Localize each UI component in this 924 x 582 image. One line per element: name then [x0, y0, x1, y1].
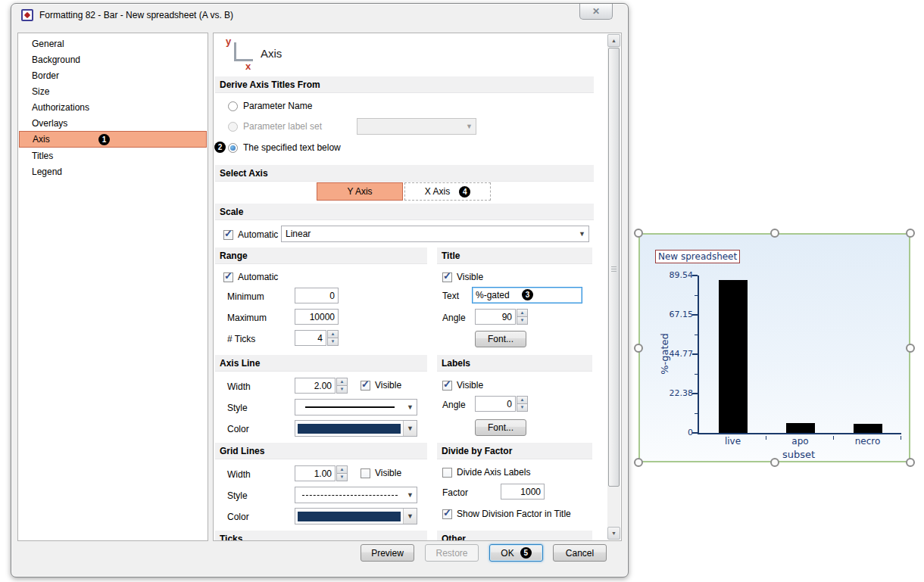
selection-handle-s[interactable]	[770, 458, 779, 467]
chart-bar	[786, 423, 815, 433]
labels-font-button[interactable]: Font...	[475, 419, 526, 436]
labels-angle-stepper[interactable]: ▲▼	[475, 396, 528, 412]
spin-down-icon[interactable]: ▼	[517, 404, 528, 412]
sidebar-item-axis[interactable]: Axis 1	[19, 131, 207, 148]
spin-up-icon[interactable]: ▲	[336, 465, 348, 474]
axis-line-width-input[interactable]	[295, 378, 336, 394]
radio-parameter-label-set[interactable]: Parameter label set	[228, 120, 322, 132]
range-automatic-checkbox[interactable]: ✓ Automatic	[223, 271, 278, 283]
checkbox-box[interactable]: ✓	[361, 468, 370, 478]
spin-down-icon[interactable]: ▼	[336, 474, 348, 481]
sidebar-item-border[interactable]: Border	[19, 68, 207, 84]
checkbox-box[interactable]: ✓	[223, 230, 233, 240]
radio-circle[interactable]	[228, 143, 238, 153]
show-division-factor-checkbox[interactable]: ✓ Show Division Factor in Title	[442, 508, 571, 520]
sidebar-item-legend[interactable]: Legend	[19, 164, 207, 180]
selection-handle-se[interactable]	[906, 458, 915, 467]
radio-specified-text[interactable]: The specified text below	[228, 142, 341, 154]
section-ticks: Ticks	[215, 531, 427, 540]
sidebar-item-titles[interactable]: Titles	[19, 148, 207, 164]
annotation-badge-5: 5	[520, 547, 532, 559]
sidebar-item-background[interactable]: Background	[19, 52, 207, 68]
maximum-input[interactable]	[295, 309, 339, 325]
grid-color-dropdown[interactable]: ▼	[295, 508, 417, 524]
factor-input[interactable]	[501, 484, 545, 500]
grid-width-stepper[interactable]: ▲▼	[295, 465, 348, 481]
spin-down-icon[interactable]: ▼	[517, 317, 528, 325]
spin-up-icon[interactable]: ▲	[517, 309, 528, 317]
selection-handle-w[interactable]	[634, 344, 643, 353]
vertical-scrollbar[interactable]: ▲ ▼	[607, 34, 620, 540]
spin-down-icon[interactable]: ▼	[336, 386, 348, 394]
restore-button[interactable]: Restore	[425, 544, 479, 562]
section-labels: Labels	[437, 355, 592, 372]
y-axis-button[interactable]: Y Axis	[317, 182, 403, 201]
sidebar-item-general[interactable]: General	[19, 36, 207, 52]
divide-axis-labels-checkbox[interactable]: ✓ Divide Axis Labels	[442, 466, 530, 478]
grid-width-label: Width	[227, 468, 251, 481]
scale-mode-value: Linear	[286, 229, 311, 239]
title-visible-checkbox[interactable]: ✓ Visible	[442, 271, 483, 283]
ok-button[interactable]: OK 5	[489, 544, 543, 562]
axis-line-style-dropdown[interactable]: ▼	[295, 399, 417, 415]
checkbox-box[interactable]: ✓	[442, 509, 452, 519]
dashed-line-swatch	[302, 495, 398, 496]
y-tick-label: 67.15	[660, 310, 693, 319]
radio-parameter-name[interactable]: Parameter Name	[228, 100, 312, 112]
minimum-input[interactable]	[295, 288, 339, 303]
selection-handle-sw[interactable]	[634, 458, 643, 467]
sidebar-item-size[interactable]: Size	[19, 84, 207, 100]
grid-width-input[interactable]	[295, 465, 336, 481]
radio-circle[interactable]	[228, 101, 238, 111]
axis-line-width-label: Width	[227, 381, 251, 393]
scale-mode-dropdown[interactable]: Linear ▼	[281, 226, 589, 242]
preview-button[interactable]: Preview	[361, 544, 414, 562]
chart-widget[interactable]: New spreadsheet %-gated 022.3844.7767.15…	[634, 229, 915, 467]
title-bar[interactable]: Formatting 82 - Bar - New spreadsheet (A…	[11, 4, 628, 26]
checkbox-box[interactable]: ✓	[361, 381, 370, 391]
close-button[interactable]: ✕	[579, 4, 613, 20]
scrollbar-thumb[interactable]	[608, 48, 620, 487]
scroll-down-button[interactable]: ▼	[607, 527, 620, 540]
labels-visible-checkbox[interactable]: ✓ Visible	[442, 379, 483, 391]
selection-handle-nw[interactable]	[634, 229, 643, 238]
sidebar-item-overlays[interactable]: Overlays	[19, 116, 207, 132]
grid-style-dropdown[interactable]: ▼	[295, 487, 417, 503]
labels-angle-input[interactable]	[475, 396, 516, 412]
spin-up-icon[interactable]: ▲	[517, 396, 528, 404]
title-text-label: Text	[442, 290, 459, 302]
x-axis-button[interactable]: X Axis 4	[404, 182, 491, 201]
axis-line-style-label: Style	[227, 402, 248, 414]
checkbox-box[interactable]: ✓	[442, 272, 452, 282]
section-scale: Scale	[215, 204, 594, 220]
labels-visible-label: Visible	[457, 380, 483, 391]
scroll-up-button[interactable]: ▲	[607, 34, 620, 47]
spin-up-icon[interactable]: ▲	[336, 378, 348, 386]
title-angle-input[interactable]	[475, 309, 516, 325]
chevron-down-icon: ▼	[404, 491, 417, 499]
axis-line-width-stepper[interactable]: ▲▼	[295, 378, 348, 394]
title-angle-label: Angle	[442, 312, 466, 324]
grid-visible-checkbox[interactable]: ✓ Visible	[361, 467, 401, 479]
num-ticks-stepper[interactable]: ▲▼	[295, 330, 339, 346]
checkbox-box[interactable]: ✓	[223, 272, 233, 282]
axis-line-color-dropdown[interactable]: ▼	[295, 420, 417, 437]
cancel-button[interactable]: Cancel	[553, 544, 607, 562]
num-ticks-input[interactable]	[295, 330, 326, 346]
scale-automatic-checkbox[interactable]: ✓ Automatic	[223, 229, 278, 241]
spin-down-icon[interactable]: ▼	[327, 338, 339, 346]
title-font-button[interactable]: Font...	[475, 331, 526, 347]
checkbox-box[interactable]: ✓	[442, 381, 452, 391]
selection-handle-ne[interactable]	[906, 229, 915, 238]
spin-up-icon[interactable]: ▲	[327, 330, 339, 338]
title-angle-stepper[interactable]: ▲▼	[475, 309, 528, 325]
radio-circle[interactable]	[228, 122, 238, 132]
num-ticks-label: # Ticks	[227, 333, 255, 345]
sidebar-item-authorizations[interactable]: Authorizations	[19, 100, 207, 116]
selection-handle-n[interactable]	[770, 229, 779, 238]
parameter-label-set-dropdown[interactable]: ▼	[357, 118, 476, 135]
axis-line-visible-checkbox[interactable]: ✓ Visible	[361, 379, 401, 391]
checkbox-box[interactable]: ✓	[442, 468, 452, 478]
cancel-button-label: Cancel	[566, 548, 594, 559]
selection-handle-e[interactable]	[906, 344, 915, 353]
